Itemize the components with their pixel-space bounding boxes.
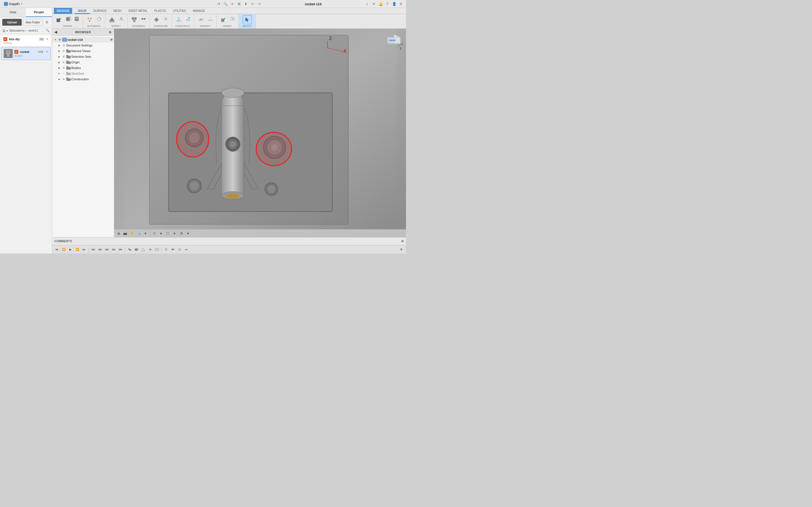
viewport-wireframe-icon[interactable]: ⬡ xyxy=(165,230,171,237)
upload-button[interactable]: Upload xyxy=(2,19,22,25)
viewport-wireframe-dropdown[interactable]: ▼ xyxy=(171,230,177,237)
insert-plus-icon[interactable] xyxy=(219,15,228,24)
view-cube[interactable]: FRONT xyxy=(385,32,403,50)
redo-icon[interactable]: ↪ xyxy=(257,1,262,7)
timeline-op-3[interactable] xyxy=(140,246,146,252)
project-item-lets-diy[interactable]: F lets diy V1 ▼ 4/19/24 xyxy=(1,36,51,47)
modify-push-pull-icon[interactable] xyxy=(107,15,116,24)
create-box-plus-icon[interactable] xyxy=(54,15,63,24)
viewport-pan-icon[interactable]: ✋ xyxy=(129,230,135,237)
user-icon[interactable]: 👤 xyxy=(391,1,397,7)
viewport-camera-icon[interactable]: 📷 xyxy=(122,230,128,237)
cancel-icon[interactable]: ✕ xyxy=(230,1,235,7)
select-cursor-icon[interactable] xyxy=(243,15,252,24)
browser-settings-icon[interactable]: ⚙ xyxy=(109,31,112,34)
breadcrumb-fabacademy[interactable]: fabacademy xyxy=(9,29,24,32)
project-item-rocket[interactable]: F rocket V14 ▼ 4/22/24 xyxy=(1,47,51,60)
tab-manage[interactable]: MANAGE xyxy=(190,8,208,14)
configure2-icon[interactable] xyxy=(162,15,169,22)
tree-arrow-selection-sets[interactable]: ▶ xyxy=(57,55,61,59)
timeline-play-icon[interactable]: ▶ xyxy=(67,246,73,252)
tree-arrow-construction[interactable]: ▶ xyxy=(57,77,61,81)
home-icon[interactable]: ⌂ xyxy=(364,1,370,7)
tree-eye-sketches[interactable]: 👁 xyxy=(62,71,66,75)
undo-icon[interactable]: ↩ xyxy=(250,1,255,7)
inspect-eye-icon[interactable] xyxy=(197,15,206,24)
timeline-track-btn-4[interactable] xyxy=(110,246,117,252)
viewport-shading-dropdown[interactable]: ▼ xyxy=(158,230,164,237)
tree-arrow-sketches[interactable]: ▶ xyxy=(57,71,61,75)
project-version-lets-diy[interactable]: V1 xyxy=(39,38,44,41)
tab-data[interactable]: Data xyxy=(0,8,26,17)
tab-mesh[interactable]: MESH xyxy=(110,8,125,14)
tab-plastic[interactable]: PLASTIC xyxy=(151,8,169,14)
notification-icon[interactable]: 🔔 xyxy=(378,1,384,7)
tree-item-named-views[interactable]: ▶ 👁 Named Views xyxy=(52,48,114,54)
tree-root-pin[interactable]: 📌 xyxy=(109,38,113,41)
timeline-next-icon[interactable]: ⏩ xyxy=(74,246,80,252)
tree-item-origin[interactable]: ▶ 👁 Origin xyxy=(52,59,114,65)
search-icon[interactable]: 🔍 xyxy=(223,1,229,7)
tab-new-icon[interactable]: + xyxy=(371,1,377,7)
timeline-op-2[interactable] xyxy=(133,246,140,252)
automate-fork-icon[interactable] xyxy=(85,15,94,24)
construct-plus-icon[interactable] xyxy=(185,15,192,22)
download-icon[interactable]: ⬇ xyxy=(243,1,249,7)
viewport-grid-dropdown[interactable]: ▼ xyxy=(185,230,191,237)
timeline-extra-4[interactable] xyxy=(183,246,190,252)
tree-eye-origin[interactable]: 👁 xyxy=(62,60,66,64)
close-tab-icon[interactable]: ✕ xyxy=(398,1,404,7)
viewport[interactable]: Z X xyxy=(114,29,406,237)
timeline-track-btn-5[interactable] xyxy=(117,246,123,252)
viewport-zoom-icon[interactable]: 🔍 xyxy=(136,230,142,237)
timeline-extra-1[interactable] xyxy=(163,246,169,252)
viewport-grid-icon[interactable]: ⊞ xyxy=(178,230,185,237)
timeline-op-4[interactable] xyxy=(147,246,153,252)
viewport-shading-icon[interactable]: ◻ xyxy=(151,230,157,237)
tree-item-sketches[interactable]: ▶ 👁 Sketches xyxy=(52,71,114,76)
tree-eye-construction[interactable]: 👁 xyxy=(62,77,66,81)
app-dropdown-arrow[interactable]: ▼ xyxy=(20,3,23,5)
configure-icon[interactable] xyxy=(152,15,161,24)
project-version-rocket[interactable]: V14 xyxy=(37,50,44,54)
breadcrumb-root[interactable]: ▸ xyxy=(7,29,8,32)
tab-utilities[interactable]: UTILITIES xyxy=(169,8,190,14)
timeline-op-5[interactable] xyxy=(154,246,160,252)
comments-settings-icon[interactable]: ⚙ xyxy=(401,240,404,243)
viewport-display-mode-icon[interactable]: 🖥 xyxy=(115,230,121,237)
tree-arrow-origin[interactable]: ▶ xyxy=(57,60,61,64)
browser-collapse-icon[interactable]: ◀ xyxy=(54,30,57,34)
new-folder-button[interactable]: New Folder xyxy=(23,19,43,25)
tree-item-doc-settings[interactable]: ▶ ⚙ Document Settings xyxy=(52,43,114,48)
app-logo[interactable]: CopyFi ▼ xyxy=(2,1,24,6)
tree-root-eye[interactable]: 👁 xyxy=(58,38,62,42)
timeline-track-btn-3[interactable] xyxy=(104,246,110,252)
tree-item-selection-sets[interactable]: ▶ 👁 Selection Sets xyxy=(52,54,114,59)
tree-arrow-bodies[interactable]: ▶ xyxy=(57,66,61,70)
tab-solid[interactable]: SOLID xyxy=(74,8,90,14)
tree-root-item[interactable]: ▼ 👁 r rocket v14 📌 xyxy=(52,37,114,43)
timeline-extra-2[interactable] xyxy=(170,246,176,252)
breadcrumb-home-icon[interactable]: 🏠 xyxy=(2,29,6,32)
insert-icon[interactable] xyxy=(229,15,236,22)
tree-eye-bodies[interactable]: 👁 xyxy=(62,66,66,70)
tab-sheet-metal[interactable]: SHEET METAL xyxy=(125,8,151,14)
timeline-track-btn-2[interactable] xyxy=(97,246,103,252)
create-cylinder-icon[interactable] xyxy=(73,15,80,22)
timeline-track-btn-1[interactable] xyxy=(90,246,96,252)
tab-surface[interactable]: SURFACE xyxy=(90,8,110,14)
design-button[interactable]: DESIGN xyxy=(54,8,72,14)
settings-icon[interactable]: ⚙ xyxy=(44,19,50,25)
tree-item-bodies[interactable]: ▶ 👁 Bodies xyxy=(52,65,114,71)
breadcrumb-search-icon[interactable]: 🔍 xyxy=(46,29,50,33)
help-icon[interactable]: ? xyxy=(385,1,390,7)
tree-arrow-named-views[interactable]: ▶ xyxy=(57,49,61,53)
construct-plane-icon[interactable] xyxy=(174,15,183,24)
tree-item-construction[interactable]: ▶ 👁 Construction xyxy=(52,76,114,82)
create-box-icon[interactable] xyxy=(64,15,72,22)
timeline-last-icon[interactable]: ⏭ xyxy=(81,246,87,252)
timeline-first-icon[interactable]: ⏮ xyxy=(54,246,60,252)
tree-eye-named-views[interactable]: 👁 xyxy=(62,49,66,53)
viewport-zoom-dropdown[interactable]: ▼ xyxy=(142,230,149,237)
tree-arrow-doc-settings[interactable]: ▶ xyxy=(57,43,61,47)
